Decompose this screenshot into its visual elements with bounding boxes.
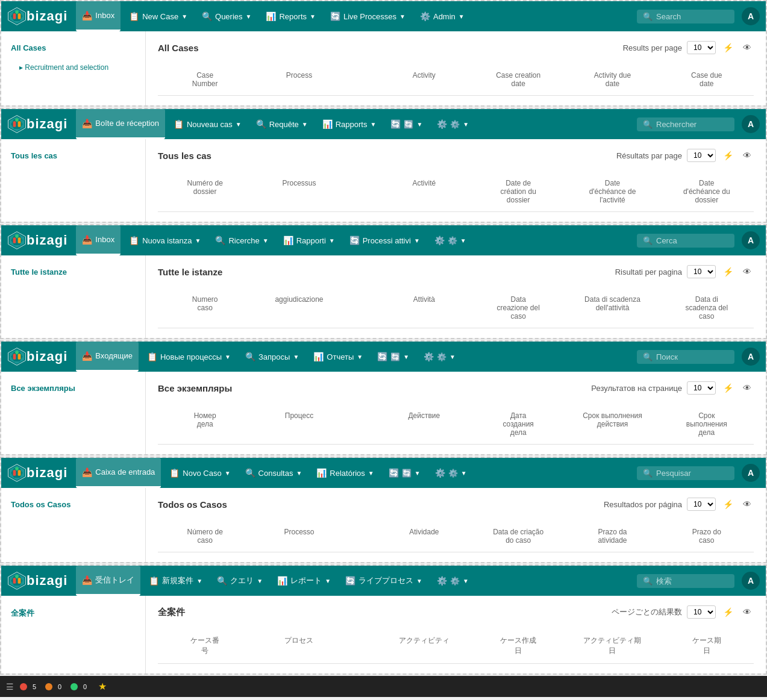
nav-caret-3: ▼ xyxy=(357,354,363,360)
results-controls: Результатов на странице 102050 ⚡ 👁 xyxy=(591,381,754,395)
nav-label-5: ⚙️ xyxy=(437,352,446,361)
view-icon[interactable]: 👁 xyxy=(740,149,754,161)
results-per-page-select[interactable]: 102050 xyxy=(687,41,716,54)
nav-caret-1: ▼ xyxy=(225,470,231,477)
logo[interactable]: bizagi xyxy=(7,7,67,26)
view-icon[interactable]: 👁 xyxy=(740,42,754,54)
svg-rect-3 xyxy=(13,13,16,19)
filter-icon[interactable]: ⚡ xyxy=(721,266,736,278)
nav-item-2[interactable]: 🔍Запросы▼ xyxy=(239,342,305,372)
user-avatar[interactable]: A xyxy=(742,115,760,133)
view-icon[interactable]: 👁 xyxy=(740,266,754,278)
sidebar-item-0[interactable]: 全案件 xyxy=(1,602,145,625)
sidebar-item-0[interactable]: Tutte le istanze xyxy=(1,261,145,283)
filter-icon[interactable]: ⚡ xyxy=(721,42,736,54)
navbar: bizagi📥Boîte de réception📋Nouveau cas▼🔍R… xyxy=(1,109,766,139)
nav-item-1[interactable]: 📋Nouveau cas▼ xyxy=(167,109,248,139)
nav-item-5[interactable]: ⚙️⚙️▼ xyxy=(431,109,475,139)
nav-caret-5: ▼ xyxy=(460,237,466,244)
search-input[interactable] xyxy=(656,352,728,361)
filter-icon[interactable]: ⚡ xyxy=(721,606,736,618)
nav-item-4[interactable]: 🔄🔄▼ xyxy=(383,458,427,488)
search-input[interactable] xyxy=(656,12,728,21)
nav-item-2[interactable]: 🔍Ricerche▼ xyxy=(209,225,274,255)
user-avatar[interactable]: A xyxy=(742,7,760,25)
user-avatar[interactable]: A xyxy=(742,348,760,366)
nav-item-3[interactable]: 📊Rapports▼ xyxy=(316,109,383,139)
view-icon[interactable]: 👁 xyxy=(740,382,754,394)
view-icon[interactable]: 👁 xyxy=(740,498,754,510)
section-english: bizagi📥Inbox📋New Case▼🔍Queries▼📊Reports▼… xyxy=(0,0,767,107)
results-per-page-select[interactable]: 102050 xyxy=(687,498,716,511)
nav-item-0[interactable]: 📥Входящие xyxy=(76,342,139,372)
filter-icon[interactable]: ⚡ xyxy=(721,498,736,510)
view-icon[interactable]: 👁 xyxy=(740,606,754,618)
nav-item-4[interactable]: 🔄🔄▼ xyxy=(384,109,428,139)
search-input[interactable] xyxy=(656,469,728,478)
col-header-1: Процесс xyxy=(252,409,346,439)
nav-item-4[interactable]: 🔄🔄▼ xyxy=(371,342,415,372)
nav-icon-3: 📊 xyxy=(266,11,276,21)
user-avatar[interactable]: A xyxy=(742,572,760,590)
badge-count-0: 5 xyxy=(30,683,39,690)
nav-item-1[interactable]: 📋Novo Caso▼ xyxy=(163,458,236,488)
col-header-1: プロセス xyxy=(252,633,346,658)
search-input[interactable] xyxy=(656,236,728,245)
nav-item-0[interactable]: 📥Caixa de entrada xyxy=(76,458,161,488)
nav-item-1[interactable]: 📋Новые процессы▼ xyxy=(141,342,237,372)
nav-item-0[interactable]: 📥受信トレイ xyxy=(76,566,140,596)
sidebar-item-0[interactable]: Все экземпляры xyxy=(1,378,145,399)
star-icon[interactable]: ★ xyxy=(98,681,107,692)
col-header-2 xyxy=(346,525,377,547)
sidebar-item-0[interactable]: Todos os Casos xyxy=(1,494,145,515)
nav-item-3[interactable]: 📊Relatórios▼ xyxy=(310,458,380,488)
nav-item-4[interactable]: 🔄Processi attivi▼ xyxy=(343,225,426,255)
nav-item-2[interactable]: 🔍クエリ▼ xyxy=(211,566,269,596)
user-avatar[interactable]: A xyxy=(742,464,760,482)
nav-label-3: Rapports xyxy=(336,120,368,129)
logo[interactable]: bizagi xyxy=(7,114,67,134)
nav-item-5[interactable]: ⚙️⚙️▼ xyxy=(429,458,473,488)
nav-icon-3: 📊 xyxy=(316,468,327,478)
nav-item-3[interactable]: 📊Reports▼ xyxy=(260,1,321,31)
nav-item-1[interactable]: 📋Nuova istanza▼ xyxy=(123,225,207,255)
nav-item-0[interactable]: 📥Boîte de réception xyxy=(76,109,165,139)
nav-item-2[interactable]: 🔍Requête▼ xyxy=(250,109,314,139)
nav-item-1[interactable]: 📋新規案件▼ xyxy=(143,566,208,596)
search-input[interactable] xyxy=(656,577,728,586)
section-french: bizagi📥Boîte de réception📋Nouveau cas▼🔍R… xyxy=(0,108,767,223)
filter-icon[interactable]: ⚡ xyxy=(721,382,736,394)
nav-item-3[interactable]: 📊レポート▼ xyxy=(271,566,337,596)
logo[interactable]: bizagi xyxy=(7,571,67,590)
nav-item-2[interactable]: 🔍Queries▼ xyxy=(196,1,257,31)
search-input[interactable] xyxy=(656,120,728,129)
menu-icon[interactable]: ☰ xyxy=(6,682,14,692)
logo[interactable]: bizagi xyxy=(7,231,67,250)
logo[interactable]: bizagi xyxy=(7,347,67,366)
nav-item-5[interactable]: ⚙️⚙️▼ xyxy=(418,342,462,372)
results-per-page-select[interactable]: 102050 xyxy=(687,381,716,395)
nav-item-0[interactable]: 📥Inbox xyxy=(76,225,121,255)
nav-caret-1: ▼ xyxy=(236,121,242,128)
nav-item-0[interactable]: 📥Inbox xyxy=(76,1,121,31)
nav-item-1[interactable]: 📋New Case▼ xyxy=(123,1,193,31)
sidebar-item-0[interactable]: All Cases xyxy=(1,37,145,58)
sidebar-item-0[interactable]: Tous les cas xyxy=(1,145,145,166)
user-avatar[interactable]: A xyxy=(742,231,760,249)
nav-item-3[interactable]: 📊Rapporti▼ xyxy=(277,225,341,255)
sidebar-sub-1[interactable]: ▸ Recruitment and selection xyxy=(1,58,145,77)
nav-label-3: レポート xyxy=(290,575,322,586)
nav-item-5[interactable]: ⚙️Admin▼ xyxy=(414,1,471,31)
filter-icon[interactable]: ⚡ xyxy=(721,149,736,161)
logo[interactable]: bizagi xyxy=(7,463,67,483)
nav-item-4[interactable]: 🔄ライブプロセス▼ xyxy=(339,566,428,596)
results-per-page-select[interactable]: 102050 xyxy=(687,605,716,619)
nav-item-5[interactable]: ⚙️⚙️▼ xyxy=(431,566,475,596)
results-per-page-select[interactable]: 102050 xyxy=(687,149,716,162)
results-per-page-select[interactable]: 102050 xyxy=(687,265,716,278)
nav-item-2[interactable]: 🔍Consultas▼ xyxy=(239,458,308,488)
nav-item-5[interactable]: ⚙️⚙️▼ xyxy=(428,225,472,255)
logo-text: bizagi xyxy=(27,116,67,132)
nav-item-3[interactable]: 📊Отчеты▼ xyxy=(307,342,369,372)
nav-item-4[interactable]: 🔄Live Processes▼ xyxy=(324,1,412,31)
